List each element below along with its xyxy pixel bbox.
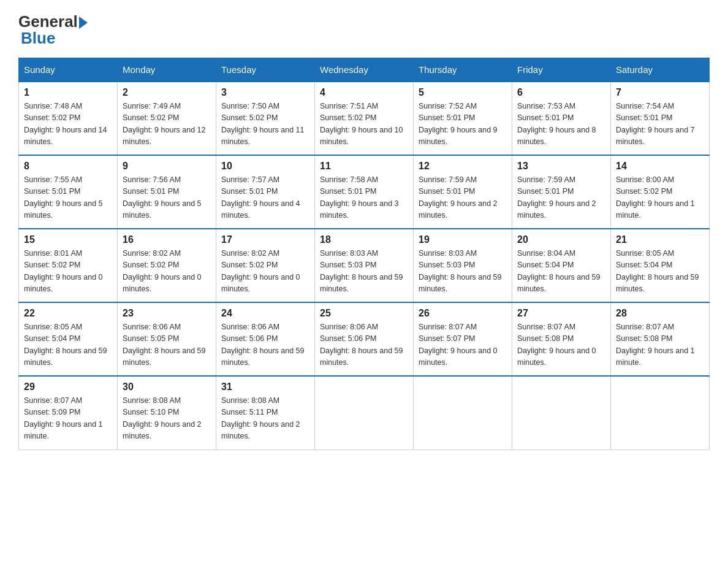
day-cell: 2 Sunrise: 7:49 AM Sunset: 5:02 PM Dayli…: [118, 82, 216, 155]
day-number: 3: [221, 87, 309, 98]
day-number: 8: [24, 161, 112, 172]
day-info: Sunrise: 8:04 AM Sunset: 5:04 PM Dayligh…: [517, 248, 605, 296]
day-info: Sunrise: 8:06 AM Sunset: 5:05 PM Dayligh…: [123, 321, 211, 369]
day-number: 13: [517, 161, 605, 172]
day-number: 7: [616, 87, 704, 98]
day-cell: 9 Sunrise: 7:56 AM Sunset: 5:01 PM Dayli…: [118, 155, 216, 229]
day-cell: 17 Sunrise: 8:02 AM Sunset: 5:02 PM Dayl…: [216, 229, 315, 302]
day-info: Sunrise: 7:51 AM Sunset: 5:02 PM Dayligh…: [320, 101, 408, 148]
day-cell: 4 Sunrise: 7:51 AM Sunset: 5:02 PM Dayli…: [315, 82, 414, 155]
calendar-table: SundayMondayTuesdayWednesdayThursdayFrid…: [18, 58, 710, 450]
day-info: Sunrise: 8:03 AM Sunset: 5:03 PM Dayligh…: [320, 248, 408, 296]
day-info: Sunrise: 8:01 AM Sunset: 5:02 PM Dayligh…: [24, 248, 112, 296]
day-info: Sunrise: 7:50 AM Sunset: 5:02 PM Dayligh…: [221, 101, 309, 148]
day-cell: 30 Sunrise: 8:08 AM Sunset: 5:10 PM Dayl…: [118, 376, 216, 450]
day-number: 16: [123, 234, 211, 245]
day-number: 28: [616, 308, 704, 319]
day-info: Sunrise: 8:03 AM Sunset: 5:03 PM Dayligh…: [419, 248, 507, 296]
day-info: Sunrise: 7:49 AM Sunset: 5:02 PM Dayligh…: [123, 101, 211, 148]
logo-blue-text: Blue: [21, 29, 55, 48]
day-cell: 25 Sunrise: 8:06 AM Sunset: 5:06 PM Dayl…: [315, 302, 414, 376]
day-cell: 23 Sunrise: 8:06 AM Sunset: 5:05 PM Dayl…: [118, 302, 216, 376]
day-info: Sunrise: 8:00 AM Sunset: 5:02 PM Dayligh…: [616, 174, 704, 222]
day-cell: 1 Sunrise: 7:48 AM Sunset: 5:02 PM Dayli…: [19, 82, 118, 155]
day-cell: 13 Sunrise: 7:59 AM Sunset: 5:01 PM Dayl…: [512, 155, 611, 229]
day-number: 24: [221, 308, 309, 319]
weekday-header-wednesday: Wednesday: [315, 58, 414, 82]
day-cell: 5 Sunrise: 7:52 AM Sunset: 5:01 PM Dayli…: [414, 82, 512, 155]
day-number: 20: [517, 234, 605, 245]
weekday-header-friday: Friday: [512, 58, 611, 82]
day-cell: 8 Sunrise: 7:55 AM Sunset: 5:01 PM Dayli…: [19, 155, 118, 229]
day-cell: 3 Sunrise: 7:50 AM Sunset: 5:02 PM Dayli…: [216, 82, 315, 155]
week-row-1: 1 Sunrise: 7:48 AM Sunset: 5:02 PM Dayli…: [19, 82, 710, 155]
day-number: 25: [320, 308, 408, 319]
day-cell: [414, 376, 512, 450]
day-info: Sunrise: 8:02 AM Sunset: 5:02 PM Dayligh…: [123, 248, 211, 296]
week-row-3: 15 Sunrise: 8:01 AM Sunset: 5:02 PM Dayl…: [19, 229, 710, 302]
day-number: 2: [123, 87, 211, 98]
weekday-header-tuesday: Tuesday: [216, 58, 315, 82]
day-cell: [512, 376, 611, 450]
day-number: 27: [517, 308, 605, 319]
day-number: 18: [320, 234, 408, 245]
day-cell: 10 Sunrise: 7:57 AM Sunset: 5:01 PM Dayl…: [216, 155, 315, 229]
day-cell: [315, 376, 414, 450]
day-number: 31: [221, 381, 309, 393]
weekday-header-thursday: Thursday: [414, 58, 512, 82]
day-info: Sunrise: 7:55 AM Sunset: 5:01 PM Dayligh…: [24, 174, 112, 222]
day-number: 29: [24, 381, 112, 393]
day-info: Sunrise: 7:59 AM Sunset: 5:01 PM Dayligh…: [419, 174, 507, 222]
day-info: Sunrise: 7:52 AM Sunset: 5:01 PM Dayligh…: [419, 101, 507, 148]
day-info: Sunrise: 7:54 AM Sunset: 5:01 PM Dayligh…: [616, 101, 704, 148]
day-cell: 27 Sunrise: 8:07 AM Sunset: 5:08 PM Dayl…: [512, 302, 611, 376]
day-number: 26: [419, 308, 507, 319]
day-info: Sunrise: 8:07 AM Sunset: 5:08 PM Dayligh…: [517, 321, 605, 369]
day-cell: 12 Sunrise: 7:59 AM Sunset: 5:01 PM Dayl…: [414, 155, 512, 229]
day-number: 15: [24, 234, 112, 245]
day-info: Sunrise: 7:58 AM Sunset: 5:01 PM Dayligh…: [320, 174, 408, 222]
day-info: Sunrise: 8:07 AM Sunset: 5:09 PM Dayligh…: [24, 395, 112, 443]
logo-arrow-icon: [79, 17, 88, 29]
day-number: 21: [616, 234, 704, 245]
day-number: 22: [24, 308, 112, 319]
day-number: 19: [419, 234, 507, 245]
day-cell: 19 Sunrise: 8:03 AM Sunset: 5:03 PM Dayl…: [414, 229, 512, 302]
day-number: 30: [123, 381, 211, 393]
day-number: 14: [616, 161, 704, 172]
page-header: General Blue: [18, 12, 710, 48]
day-number: 1: [24, 87, 112, 98]
day-cell: 14 Sunrise: 8:00 AM Sunset: 5:02 PM Dayl…: [611, 155, 710, 229]
day-number: 23: [123, 308, 211, 319]
day-cell: 18 Sunrise: 8:03 AM Sunset: 5:03 PM Dayl…: [315, 229, 414, 302]
day-info: Sunrise: 7:57 AM Sunset: 5:01 PM Dayligh…: [221, 174, 309, 222]
day-cell: [611, 376, 710, 450]
day-info: Sunrise: 8:07 AM Sunset: 5:08 PM Dayligh…: [616, 321, 704, 369]
weekday-header-monday: Monday: [118, 58, 216, 82]
day-info: Sunrise: 8:05 AM Sunset: 5:04 PM Dayligh…: [616, 248, 704, 296]
day-cell: 28 Sunrise: 8:07 AM Sunset: 5:08 PM Dayl…: [611, 302, 710, 376]
day-number: 6: [517, 87, 605, 98]
week-row-5: 29 Sunrise: 8:07 AM Sunset: 5:09 PM Dayl…: [19, 376, 710, 450]
day-cell: 29 Sunrise: 8:07 AM Sunset: 5:09 PM Dayl…: [19, 376, 118, 450]
day-info: Sunrise: 8:08 AM Sunset: 5:10 PM Dayligh…: [123, 395, 211, 443]
day-number: 11: [320, 161, 408, 172]
day-info: Sunrise: 8:08 AM Sunset: 5:11 PM Dayligh…: [221, 395, 309, 443]
day-cell: 21 Sunrise: 8:05 AM Sunset: 5:04 PM Dayl…: [611, 229, 710, 302]
day-info: Sunrise: 8:02 AM Sunset: 5:02 PM Dayligh…: [221, 248, 309, 296]
day-info: Sunrise: 8:06 AM Sunset: 5:06 PM Dayligh…: [221, 321, 309, 369]
day-cell: 31 Sunrise: 8:08 AM Sunset: 5:11 PM Dayl…: [216, 376, 315, 450]
day-number: 5: [419, 87, 507, 98]
week-row-4: 22 Sunrise: 8:05 AM Sunset: 5:04 PM Dayl…: [19, 302, 710, 376]
day-cell: 7 Sunrise: 7:54 AM Sunset: 5:01 PM Dayli…: [611, 82, 710, 155]
day-number: 17: [221, 234, 309, 245]
day-info: Sunrise: 8:06 AM Sunset: 5:06 PM Dayligh…: [320, 321, 408, 369]
day-cell: 11 Sunrise: 7:58 AM Sunset: 5:01 PM Dayl…: [315, 155, 414, 229]
day-number: 4: [320, 87, 408, 98]
week-row-2: 8 Sunrise: 7:55 AM Sunset: 5:01 PM Dayli…: [19, 155, 710, 229]
day-cell: 24 Sunrise: 8:06 AM Sunset: 5:06 PM Dayl…: [216, 302, 315, 376]
day-info: Sunrise: 8:07 AM Sunset: 5:07 PM Dayligh…: [419, 321, 507, 369]
day-cell: 15 Sunrise: 8:01 AM Sunset: 5:02 PM Dayl…: [19, 229, 118, 302]
weekday-header-row: SundayMondayTuesdayWednesdayThursdayFrid…: [19, 58, 710, 82]
day-info: Sunrise: 8:05 AM Sunset: 5:04 PM Dayligh…: [24, 321, 112, 369]
